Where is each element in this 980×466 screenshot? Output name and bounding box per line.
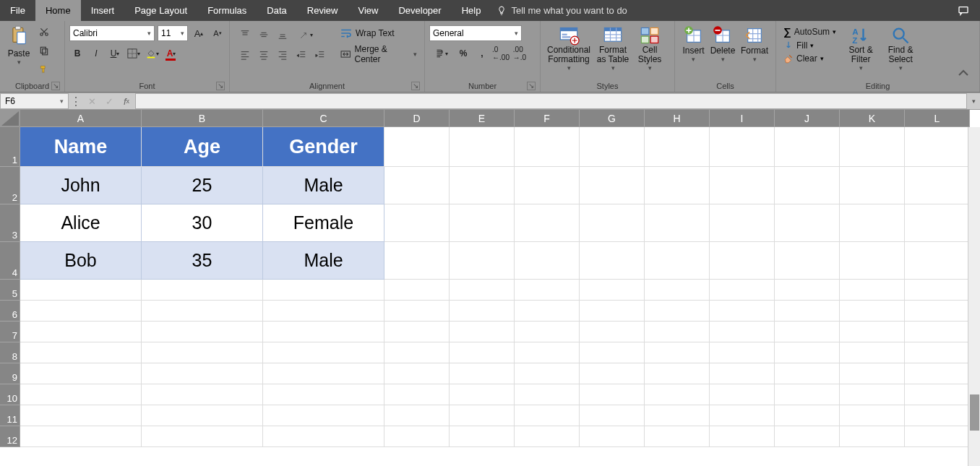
cell-C1[interactable]: Gender [263,127,384,167]
cell-G6[interactable] [580,301,645,322]
cell-K3[interactable] [840,204,905,242]
cell-I1[interactable] [710,127,775,167]
align-center-button[interactable] [256,47,272,63]
cell-I11[interactable] [710,405,775,426]
cell-L7[interactable] [905,322,970,342]
row-header-2[interactable]: 2 [0,167,20,204]
cell-E2[interactable] [450,167,515,204]
cell-B4[interactable]: 35 [142,242,263,280]
cell-I9[interactable] [710,363,775,384]
cell-K11[interactable] [840,405,905,426]
increase-indent-button[interactable] [312,47,328,63]
cell-A4[interactable]: Bob [20,242,142,280]
cell-A2[interactable]: John [20,167,142,204]
increase-font-button[interactable]: A▴ [191,25,207,41]
conditional-formatting-button[interactable]: Conditional Formatting▾ [545,24,593,73]
cell-K10[interactable] [840,384,905,405]
font-name-combo[interactable]: Calibri▾ [69,25,155,41]
cell-G5[interactable] [580,280,645,301]
cell-K2[interactable] [840,167,905,204]
alignment-dialog-launcher[interactable]: ↘ [411,82,420,90]
cell-C9[interactable] [263,363,384,384]
decrease-font-button[interactable]: A▾ [210,25,225,41]
cell-L9[interactable] [905,363,970,384]
tell-me[interactable]: Tell me what you want to do [497,5,627,16]
cell-D1[interactable] [384,127,450,167]
cell-L4[interactable] [905,242,970,280]
cell-I2[interactable] [710,167,775,204]
cell-H4[interactable] [645,242,710,280]
cell-A6[interactable] [20,301,142,322]
cell-E9[interactable] [450,363,515,384]
cell-D5[interactable] [384,280,450,301]
cell-J5[interactable] [775,280,840,301]
accounting-format-button[interactable]: ▾ [429,46,452,61]
collapse-ribbon-button[interactable] [952,66,975,80]
cell-H9[interactable] [645,363,710,384]
cell-F9[interactable] [515,363,580,384]
comments-button[interactable] [957,5,970,17]
cell-B11[interactable] [142,405,263,426]
font-dialog-launcher[interactable]: ↘ [216,82,225,90]
menu-tab-insert[interactable]: Insert [81,0,125,21]
cell-B8[interactable] [142,342,263,363]
cell-L5[interactable] [905,280,970,301]
cell-K6[interactable] [840,301,905,322]
cell-B10[interactable] [142,384,263,405]
cell-D3[interactable] [384,204,450,242]
cell-L11[interactable] [905,405,970,426]
cell-L12[interactable] [905,426,970,447]
cell-A5[interactable] [20,280,142,301]
enter-formula-button[interactable]: ✓ [100,93,118,109]
decrease-indent-button[interactable] [293,47,309,63]
italic-button[interactable]: I [88,46,104,61]
cell-J2[interactable] [775,167,840,204]
cell-B9[interactable] [142,363,263,384]
orientation-button[interactable]: ▾ [293,27,318,43]
cell-L1[interactable] [905,127,970,167]
cell-D11[interactable] [384,405,450,426]
cell-C5[interactable] [263,280,384,301]
cell-C2[interactable]: Male [263,167,384,204]
cell-J1[interactable] [775,127,840,167]
cell-K9[interactable] [840,363,905,384]
cell-H5[interactable] [645,280,710,301]
paste-dropdown-icon[interactable]: ▾ [17,59,21,66]
cell-A11[interactable] [20,405,142,426]
cell-K4[interactable] [840,242,905,280]
align-bottom-button[interactable] [275,27,291,43]
column-header-E[interactable]: E [450,110,515,127]
menu-tab-help[interactable]: Help [452,0,491,21]
insert-cells-button[interactable]: Insert▾ [679,24,708,64]
row-header-7[interactable]: 7 [0,322,20,342]
cell-F6[interactable] [515,301,580,322]
cell-G12[interactable] [580,426,645,447]
cell-J6[interactable] [775,301,840,322]
column-header-C[interactable]: C [263,110,384,127]
insert-function-button[interactable]: fx [118,93,135,109]
cell-I3[interactable] [710,204,775,242]
row-header-3[interactable]: 3 [0,204,20,242]
cell-G4[interactable] [580,242,645,280]
cell-A3[interactable]: Alice [20,204,142,242]
font-color-button[interactable]: A▾ [163,46,179,61]
column-header-H[interactable]: H [645,110,710,127]
cell-H8[interactable] [645,342,710,363]
column-header-L[interactable]: L [905,110,970,127]
cell-E8[interactable] [450,342,515,363]
format-as-table-button[interactable]: Format as Table▾ [593,24,633,73]
column-header-A[interactable]: A [20,110,142,127]
cell-H3[interactable] [645,204,710,242]
select-all-corner[interactable] [0,110,20,127]
cell-F3[interactable] [515,204,580,242]
number-dialog-launcher[interactable]: ↘ [527,82,536,90]
cell-J9[interactable] [775,363,840,384]
cell-D6[interactable] [384,301,450,322]
menu-tab-review[interactable]: Review [297,0,348,21]
menu-tab-page-layout[interactable]: Page Layout [124,0,197,21]
spreadsheet-grid[interactable]: ABCDEFGHIJKL 123456789101112 NameAgeGend… [0,110,980,466]
paste-button[interactable]: Paste ▾ [4,22,33,67]
cell-A7[interactable] [20,322,142,342]
cell-C11[interactable] [263,405,384,426]
cell-E3[interactable] [450,204,515,242]
